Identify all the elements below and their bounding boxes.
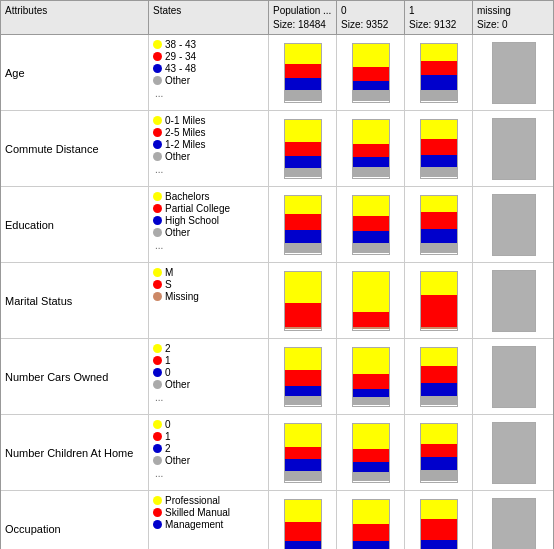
bar-segment [353, 424, 389, 450]
header-col1-label: 1 [409, 5, 415, 16]
cell-chart-number-children-2 [405, 415, 473, 490]
legend-item: 0 [153, 367, 171, 378]
bar-segment [421, 120, 457, 140]
cell-chart-age-2 [405, 35, 473, 110]
header-missing-label: missing [477, 5, 511, 16]
bar-segment [285, 90, 321, 102]
cell-chart-marital-status-1 [337, 263, 405, 338]
bar-segment [285, 541, 321, 549]
legend-label: 38 - 43 [165, 39, 196, 50]
bar-chart [284, 347, 322, 407]
ellipsis: ... [153, 88, 163, 99]
bar-segment [421, 366, 457, 383]
bar-segment [353, 144, 389, 157]
legend-dot [153, 216, 162, 225]
missing-gray-box [492, 346, 536, 408]
cell-chart-commute-distance-2 [405, 111, 473, 186]
bar-segment [353, 216, 389, 231]
bar-segment [421, 519, 457, 540]
legend-item: M [153, 267, 173, 278]
legend-label: M [165, 267, 173, 278]
legend-dot [153, 496, 162, 505]
cell-chart-occupation-0 [269, 491, 337, 549]
legend-item: Bachelors [153, 191, 209, 202]
legend-dot [153, 128, 162, 137]
bar-chart [420, 347, 458, 407]
bar-segment [421, 348, 457, 367]
bar-segment [353, 524, 389, 541]
table-row: Number Children At Home012Other... [1, 415, 553, 491]
bar-segment [285, 243, 321, 253]
cell-chart-number-children-0 [269, 415, 337, 490]
cell-states-education: BachelorsPartial CollegeHigh SchoolOther… [149, 187, 269, 262]
cell-chart-education-1 [337, 187, 405, 262]
cell-attr-marital-status: Marital Status [1, 263, 149, 338]
bar-segment [421, 470, 457, 482]
cell-attr-number-children: Number Children At Home [1, 415, 149, 490]
ellipsis: ... [153, 240, 163, 251]
bar-segment [421, 327, 457, 330]
cell-missing-education [473, 187, 554, 262]
header-col0: 0 Size: 9352 [337, 1, 405, 34]
bar-segment [353, 472, 389, 481]
bar-segment [353, 312, 389, 327]
legend-dot [153, 64, 162, 73]
bar-chart [284, 119, 322, 179]
legend-label: 1-2 Miles [165, 139, 206, 150]
legend-item: High School [153, 215, 219, 226]
bar-segment [421, 396, 457, 406]
cell-missing-number-children [473, 415, 554, 490]
legend-label: 1 [165, 355, 171, 366]
legend-label: 0-1 Miles [165, 115, 206, 126]
bar-segment [285, 196, 321, 215]
bar-segment [353, 196, 389, 217]
cell-chart-age-1 [337, 35, 405, 110]
legend-label: 0 [165, 367, 171, 378]
legend-item: Partial College [153, 203, 230, 214]
bar-segment [421, 90, 457, 102]
legend-dot [153, 52, 162, 61]
cell-chart-marital-status-0 [269, 263, 337, 338]
legend-label: Other [165, 75, 190, 86]
cell-chart-commute-distance-0 [269, 111, 337, 186]
bar-segment [353, 541, 389, 549]
legend-label: 2-5 Miles [165, 127, 206, 138]
legend-item: 0-1 Miles [153, 115, 206, 126]
bar-segment [353, 44, 389, 67]
bar-chart [352, 423, 390, 483]
cell-states-number-children: 012Other... [149, 415, 269, 490]
legend-item: 1 [153, 431, 171, 442]
legend-dot [153, 268, 162, 277]
bar-segment [353, 389, 389, 397]
bar-chart [352, 195, 390, 255]
legend-item: 43 - 48 [153, 63, 196, 74]
cell-states-marital-status: MSMissing [149, 263, 269, 338]
legend-dot [153, 356, 162, 365]
cell-states-occupation: ProfessionalSkilled ManualManagement [149, 491, 269, 549]
bar-chart [352, 43, 390, 103]
bar-segment [285, 120, 321, 142]
bar-segment [285, 142, 321, 157]
bar-segment [421, 196, 457, 212]
cell-attr-age: Age [1, 35, 149, 110]
header-population: Population ... Size: 18484 [269, 1, 337, 34]
bar-segment [421, 500, 457, 520]
cell-attr-commute-distance: Commute Distance [1, 111, 149, 186]
legend-item: 38 - 43 [153, 39, 196, 50]
bar-segment [421, 540, 457, 549]
bar-segment [353, 348, 389, 374]
bar-segment [421, 229, 457, 243]
bar-chart [420, 43, 458, 103]
bar-segment [285, 396, 321, 405]
bar-segment [285, 327, 321, 330]
bar-segment [353, 462, 389, 472]
header-missing-size: Size: 0 [477, 19, 508, 30]
header-col0-size: Size: 9352 [341, 19, 388, 30]
cell-chart-occupation-1 [337, 491, 405, 549]
legend-item: Other [153, 75, 190, 86]
bar-chart [420, 195, 458, 255]
cell-missing-commute-distance [473, 111, 554, 186]
cell-missing-marital-status [473, 263, 554, 338]
cell-chart-occupation-2 [405, 491, 473, 549]
bar-segment [285, 447, 321, 460]
